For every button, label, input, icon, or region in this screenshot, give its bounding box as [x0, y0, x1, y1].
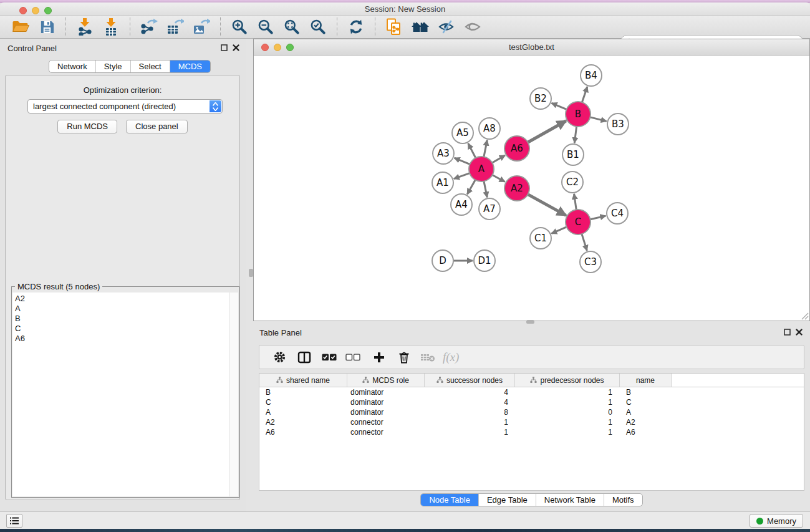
graph-node-A3[interactable]: A3: [433, 143, 454, 164]
table-cell[interactable]: dominator: [347, 387, 425, 397]
table-cell[interactable]: 1: [515, 417, 620, 427]
table-cell[interactable]: 8: [425, 407, 515, 417]
graph-node-C2[interactable]: C2: [562, 172, 583, 193]
refresh-view-icon[interactable]: [345, 17, 367, 37]
graph-node-C[interactable]: C: [566, 210, 591, 235]
graph-edge-B-B4[interactable]: [582, 87, 587, 102]
delete-column-icon[interactable]: [393, 348, 415, 367]
table-cell[interactable]: A2: [620, 417, 672, 427]
export-network-icon[interactable]: [138, 17, 160, 37]
table-cell[interactable]: B: [620, 387, 672, 397]
graph-node-D[interactable]: D: [432, 250, 453, 271]
criterion-dropdown[interactable]: largest connected component (directed): [27, 99, 223, 114]
select-all-rows-icon[interactable]: [318, 348, 340, 367]
table-cell[interactable]: 1: [425, 417, 515, 427]
graph-edge-B-B2[interactable]: [552, 103, 567, 109]
hide-graphics-details-icon[interactable]: [436, 17, 457, 37]
graph-node-B2[interactable]: B2: [530, 88, 551, 109]
table-cell[interactable]: A: [259, 407, 347, 417]
table-cell[interactable]: 1: [515, 397, 620, 407]
result-item[interactable]: B: [15, 314, 229, 324]
network-graph[interactable]: B4B2BB3A8A5A6B1A3AC2A1A2A4A7C4CC1C3DD1: [254, 56, 809, 321]
graph-node-C4[interactable]: C4: [607, 203, 628, 224]
graph-edge-C-C1[interactable]: [551, 227, 566, 233]
float-table-panel-icon[interactable]: [784, 329, 791, 336]
graph-edge-A-A5[interactable]: [468, 143, 476, 158]
graph-node-B4[interactable]: B4: [581, 65, 602, 86]
table-cell[interactable]: 0: [515, 407, 620, 417]
split-divider-thumb-vertical[interactable]: [249, 269, 253, 277]
table-cell[interactable]: dominator: [347, 407, 425, 417]
graph-edge-A-A4[interactable]: [467, 180, 475, 194]
graph-edge-A-A6[interactable]: [492, 155, 505, 163]
export-image-icon[interactable]: [191, 17, 212, 37]
table-cell[interactable]: connector: [347, 417, 425, 427]
table-cell[interactable]: 1: [515, 387, 620, 397]
tab-edge-table[interactable]: Edge Table: [478, 494, 536, 506]
table-cell[interactable]: connector: [347, 427, 425, 437]
add-column-icon[interactable]: [368, 348, 390, 367]
tab-motifs[interactable]: Motifs: [604, 494, 642, 506]
table-options-gear-icon[interactable]: [268, 348, 291, 367]
table-cell[interactable]: B: [259, 387, 347, 397]
tab-style[interactable]: Style: [95, 60, 130, 72]
result-item[interactable]: A: [15, 304, 229, 314]
resize-grip-icon[interactable]: [800, 311, 809, 320]
open-session-icon[interactable]: [10, 17, 31, 37]
tab-mcds[interactable]: MCDS: [170, 60, 210, 72]
float-panel-icon[interactable]: [221, 44, 228, 51]
result-item[interactable]: C: [15, 324, 229, 334]
close-panel-icon[interactable]: [233, 44, 239, 51]
split-divider-thumb-horizontal[interactable]: [526, 320, 534, 324]
table-cell[interactable]: A: [620, 407, 672, 417]
task-history-button[interactable]: [6, 514, 22, 528]
graph-edge-C-C2[interactable]: [574, 194, 577, 210]
table-row[interactable]: Cdominator41C: [259, 397, 804, 407]
graph-edge-A-A8[interactable]: [484, 140, 487, 157]
show-graphics-details-icon[interactable]: [462, 17, 483, 37]
zoom-fit-icon[interactable]: [281, 17, 302, 37]
zoom-selected-icon[interactable]: [307, 17, 329, 37]
run-mcds-button[interactable]: Run MCDS: [57, 120, 117, 133]
table-cell[interactable]: A2: [259, 417, 347, 427]
graph-node-A6[interactable]: A6: [504, 136, 529, 161]
graph-node-D1[interactable]: D1: [474, 250, 495, 271]
minimize-network-button[interactable]: [274, 44, 281, 51]
graph-node-B1[interactable]: B1: [562, 144, 584, 165]
copy-network-document-icon[interactable]: [383, 17, 405, 37]
table-cell[interactable]: 4: [425, 387, 515, 397]
graph-node-C1[interactable]: C1: [530, 228, 551, 249]
export-table-icon[interactable]: [165, 17, 186, 37]
graph-node-A8[interactable]: A8: [479, 118, 500, 139]
deselect-all-rows-icon[interactable]: [342, 348, 364, 367]
graph-edge-A-A7[interactable]: [484, 181, 487, 198]
zoom-out-icon[interactable]: [255, 17, 276, 37]
table-cell[interactable]: 4: [425, 397, 515, 407]
graph-edge-A-A1[interactable]: [454, 173, 470, 179]
graph-edge-C-C3[interactable]: [582, 234, 587, 251]
graph-edge-B-B3[interactable]: [590, 117, 606, 122]
graph-node-C3[interactable]: C3: [580, 251, 601, 273]
table-row[interactable]: Bdominator41B: [259, 387, 804, 397]
table-cell[interactable]: dominator: [347, 397, 425, 407]
graph-node-B[interactable]: B: [566, 102, 591, 127]
graph-node-A1[interactable]: A1: [432, 172, 453, 193]
graph-edge-A-A3[interactable]: [455, 158, 470, 164]
table-row[interactable]: A2connector11A2: [259, 417, 804, 427]
graph-edge-A-A2[interactable]: [493, 175, 505, 182]
tab-select[interactable]: Select: [130, 60, 170, 72]
tab-network-table[interactable]: Network Table: [536, 494, 604, 506]
graph-edge-A2-C[interactable]: [528, 195, 566, 216]
close-panel-button[interactable]: Close panel: [126, 120, 188, 133]
column-header-shared-name[interactable]: shared name: [259, 374, 347, 387]
result-list-scrollbar[interactable]: [229, 293, 238, 496]
table-cell[interactable]: C: [620, 397, 672, 407]
close-table-panel-icon[interactable]: [796, 329, 803, 336]
zoom-in-icon[interactable]: [229, 17, 250, 37]
import-network-icon[interactable]: [74, 17, 95, 37]
network-canvas[interactable]: B4B2BB3A8A5A6B1A3AC2A1A2A4A7C4CC1C3DD1: [254, 56, 809, 321]
save-session-icon[interactable]: [36, 17, 57, 37]
graph-edge-A6-B[interactable]: [528, 121, 566, 142]
graph-node-B3[interactable]: B3: [607, 114, 629, 135]
tab-network[interactable]: Network: [49, 60, 95, 72]
